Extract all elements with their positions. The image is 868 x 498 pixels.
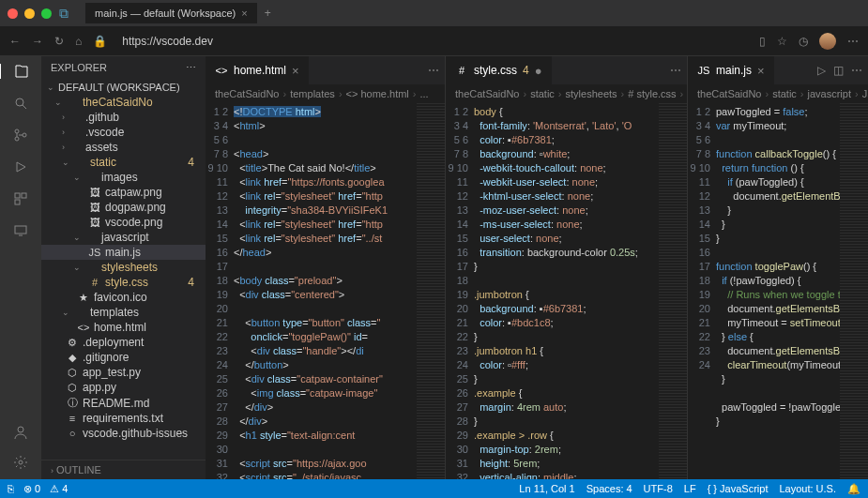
breadcrumb-item[interactable]: stylesheets xyxy=(566,88,617,99)
close-window-icon[interactable] xyxy=(8,8,18,19)
file-tree-item[interactable]: 🖼vscode.png xyxy=(41,215,206,230)
breadcrumb-item[interactable]: <> home.html xyxy=(346,88,409,99)
file-tree-item[interactable]: ›.github xyxy=(41,110,206,125)
avatar[interactable] xyxy=(819,33,836,50)
warnings-indicator[interactable]: ⚠ 4 xyxy=(50,483,68,495)
file-tree-item[interactable]: 🖼catpaw.png xyxy=(41,185,206,200)
settings-gear-icon[interactable] xyxy=(9,455,32,470)
code-editor[interactable]: 1 2 3 4 5 6 7 8 9 10 11 12 13 14 15 16 1… xyxy=(206,103,445,479)
file-tree-item[interactable]: ⬡app.py xyxy=(41,380,206,395)
run-debug-icon[interactable] xyxy=(9,159,32,174)
file-tree-item[interactable]: ⌄javascript xyxy=(41,230,206,245)
breadcrumb-item[interactable]: theCatSaidNo xyxy=(215,88,280,99)
extensions-icon[interactable] xyxy=(9,191,32,206)
line-col[interactable]: Ln 11, Col 1 xyxy=(519,483,574,495)
file-tree-item[interactable]: ⌄static4 xyxy=(41,155,206,170)
indent[interactable]: Spaces: 4 xyxy=(586,483,632,495)
file-tree-item[interactable]: #style.css4 xyxy=(41,275,206,290)
back-button[interactable]: ← xyxy=(9,35,21,48)
explorer-icon[interactable] xyxy=(0,64,40,79)
breadcrumb-item[interactable]: javascript xyxy=(808,88,851,99)
account-icon[interactable] xyxy=(9,425,32,440)
code-lines[interactable]: pawToggled = false; var myTimeout; funct… xyxy=(716,103,840,479)
breadcrumb-item[interactable]: theCatSaidNo xyxy=(697,88,762,99)
close-tab-icon[interactable]: × xyxy=(757,64,765,78)
encoding[interactable]: UTF-8 xyxy=(644,483,673,495)
more-icon[interactable]: ⋯ xyxy=(847,35,859,48)
file-tree-item[interactable]: ○vscode.github-issues xyxy=(41,426,206,441)
refresh-button[interactable]: ↻ xyxy=(54,35,64,48)
notifications-icon[interactable]: 🔔 xyxy=(847,483,860,495)
file-tree-item[interactable]: <>home.html xyxy=(41,320,206,335)
eol[interactable]: LF xyxy=(684,483,696,495)
code-editor[interactable]: 1 2 3 4 5 6 7 8 9 10 11 12 13 14 15 16 1… xyxy=(446,103,687,479)
code-lines[interactable]: body { font-family: 'Montserrat', 'Lato'… xyxy=(474,103,659,479)
breadcrumb-item[interactable]: static xyxy=(530,88,555,99)
forward-button[interactable]: → xyxy=(32,35,43,48)
sync-icon[interactable]: ◷ xyxy=(799,35,808,48)
remote-explorer-icon[interactable] xyxy=(9,223,32,238)
search-icon[interactable] xyxy=(9,96,32,111)
home-button[interactable]: ⌂ xyxy=(75,35,82,48)
editor-pane: # style.css 4 ● ⋯ theCatSaidNo › static … xyxy=(446,56,688,479)
minimap[interactable] xyxy=(417,103,445,479)
file-tree-item[interactable]: ›assets xyxy=(41,140,206,155)
file-tree-item[interactable]: JSmain.js xyxy=(41,245,206,260)
keyboard-layout[interactable]: Layout: U.S. xyxy=(779,483,836,495)
minimap[interactable] xyxy=(659,103,687,479)
remote-indicator[interactable]: ⎘ xyxy=(8,483,14,494)
file-tree-item[interactable]: ★favicon.ico xyxy=(41,290,206,305)
file-tree-item[interactable]: ⌄templates xyxy=(41,305,206,320)
file-label: stylesheets xyxy=(101,261,158,274)
file-label: home.html xyxy=(94,321,146,334)
run-icon[interactable]: ▷ xyxy=(817,64,826,77)
file-tree-item[interactable]: ⌄stylesheets xyxy=(41,260,206,275)
chevron-down-icon[interactable]: ⌄ xyxy=(47,83,54,92)
minimize-window-icon[interactable] xyxy=(24,8,35,19)
more-icon[interactable]: ⋯ xyxy=(851,64,862,77)
more-icon[interactable]: ⋯ xyxy=(670,64,681,77)
file-tree-item[interactable]: ⬡app_test.py xyxy=(41,365,206,380)
code-editor[interactable]: 1 2 3 4 5 6 7 8 9 10 11 12 13 14 15 16 1… xyxy=(688,103,868,479)
file-tree-item[interactable]: ◆.gitignore xyxy=(41,350,206,365)
errors-indicator[interactable]: ⊗ 0 xyxy=(23,483,40,495)
breadcrumb-item[interactable]: # style.css xyxy=(628,88,676,99)
source-control-icon[interactable] xyxy=(9,128,32,143)
editor-tab[interactable]: <> home.html × xyxy=(206,56,309,84)
browser-tab[interactable]: main.js — default (Workspace) × xyxy=(85,3,257,23)
lock-icon[interactable]: 🔒 xyxy=(93,35,107,48)
file-tree-item[interactable]: ›.vscode xyxy=(41,125,206,140)
breadcrumb-item[interactable]: JS main.js xyxy=(862,88,868,99)
maximize-window-icon[interactable] xyxy=(41,8,52,19)
reader-icon[interactable]: ▯ xyxy=(759,35,766,48)
editor-tab[interactable]: JS main.js × xyxy=(688,56,774,84)
file-tree-item[interactable]: ⓘREADME.md xyxy=(41,395,206,411)
chevron-right-icon[interactable]: › xyxy=(51,466,53,475)
editor-tabs: # style.css 4 ● ⋯ xyxy=(446,56,687,84)
close-tab-icon[interactable]: ● xyxy=(535,64,542,78)
minimap[interactable] xyxy=(840,103,868,479)
file-tree-item[interactable]: ≡requirements.txt xyxy=(41,411,206,426)
bookmark-icon[interactable]: ☆ xyxy=(777,35,787,48)
new-tab-button[interactable]: + xyxy=(257,3,279,23)
chevron-icon: ⌄ xyxy=(73,263,81,272)
sidebar-more-icon[interactable]: ⋯ xyxy=(186,62,196,74)
breadcrumb-item[interactable]: theCatSaidNo xyxy=(455,88,520,99)
mod-badge: 4 xyxy=(188,276,194,289)
file-tree-item[interactable]: ⌄images xyxy=(41,170,206,185)
file-tree-item[interactable]: ⚙.deployment xyxy=(41,335,206,350)
language-mode[interactable]: { } JavaScript xyxy=(708,483,769,495)
file-tree-item[interactable]: 🖼dogpaw.png xyxy=(41,200,206,215)
editor-tab[interactable]: # style.css 4 ● xyxy=(446,56,552,84)
more-icon[interactable]: ⋯ xyxy=(428,64,439,77)
url-bar[interactable]: https://vscode.dev xyxy=(122,35,213,48)
close-tab-icon[interactable]: × xyxy=(292,64,299,78)
breadcrumb-item[interactable]: static xyxy=(772,88,797,99)
code-lines[interactable]: <!DOCTYPE html> <html> <head> <title>The… xyxy=(234,103,417,479)
breadcrumb-item[interactable]: ... xyxy=(419,88,428,99)
breadcrumb-item[interactable]: templates xyxy=(290,88,335,99)
file-icon: ○ xyxy=(66,428,79,439)
close-tab-icon[interactable]: × xyxy=(241,8,247,19)
split-icon[interactable]: ◫ xyxy=(833,64,844,77)
file-tree-item[interactable]: ⌄theCatSaidNo xyxy=(41,95,206,110)
